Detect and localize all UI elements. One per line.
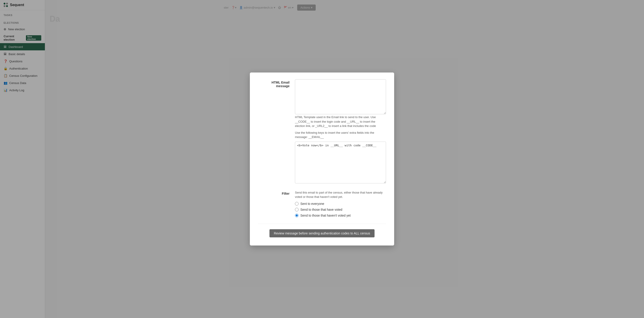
html-email-top-textarea[interactable] — [295, 79, 322, 114]
html-email-description: HTML Template used in the Email link to … — [295, 115, 322, 128]
html-email-description2: Use the following keys to insert the use… — [295, 130, 322, 139]
html-email-content-textarea[interactable] — [295, 142, 322, 159]
modal-overlay: HTML Email message HTML Template used in… — [0, 0, 322, 159]
html-email-label: HTML Email message — [258, 79, 290, 88]
html-email-field: HTML Template used in the Email link to … — [295, 79, 322, 159]
modal-dialog: HTML Email message HTML Template used in… — [250, 73, 322, 159]
html-email-group: HTML Email message HTML Template used in… — [258, 79, 322, 159]
